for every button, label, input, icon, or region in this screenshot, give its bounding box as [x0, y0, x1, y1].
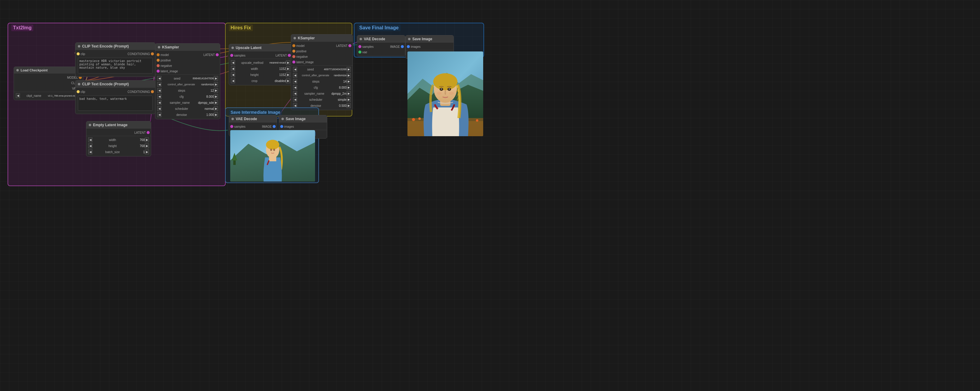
sampler-main-next-btn[interactable]: ▶: [214, 100, 218, 105]
control-hires-prev-btn[interactable]: ◀: [293, 73, 297, 78]
scheduler-main-next-btn[interactable]: ▶: [214, 106, 218, 111]
stepper-ckpt-name[interactable]: ◀ ckpt_name v2-1_768-ema-pruned.ckpt ▶: [14, 93, 83, 99]
height-latent-next-btn[interactable]: ▶: [145, 144, 149, 148]
control-main-prev-btn[interactable]: ◀: [157, 82, 161, 87]
stepper-seed-hires[interactable]: ◀ seed 469771604043268 ▶: [291, 66, 353, 72]
socket-model-in-main[interactable]: [157, 53, 160, 56]
port-label-image-intermediate: IMAGE: [262, 125, 272, 128]
denoise-main-label: denoise: [161, 113, 202, 117]
denoise-hires-next-btn[interactable]: ▶: [347, 103, 351, 108]
cfg-main-next-btn[interactable]: ▶: [214, 94, 218, 99]
socket-samples-intermediate-in[interactable]: [230, 125, 233, 128]
socket-image-intermediate-out[interactable]: [273, 125, 276, 128]
upscale-method-prev-btn[interactable]: ◀: [231, 60, 235, 65]
port-row-model: MODEL: [14, 75, 83, 80]
crop-upscale-next-btn[interactable]: ▶: [286, 78, 290, 83]
scheduler-main-prev-btn[interactable]: ◀: [157, 106, 161, 111]
port-label-model-main: model: [161, 53, 169, 57]
stepper-steps-main[interactable]: ◀ steps 12 ▶: [155, 87, 220, 93]
svg-point-15: [418, 117, 421, 120]
control-main-next-btn[interactable]: ▶: [214, 82, 218, 87]
stepper-cfg-hires[interactable]: ◀ cfg 8.000 ▶: [291, 84, 353, 90]
stepper-upscale-method[interactable]: ◀ upscale_method nearest-exact ▶: [229, 60, 292, 66]
socket-latent-empty-out[interactable]: [146, 131, 150, 134]
stepper-control-main[interactable]: ◀ control_after_generate randomize ▶: [155, 81, 220, 87]
socket-images-intermediate-in[interactable]: [280, 125, 283, 128]
stepper-steps-hires[interactable]: ◀ steps 14 ▶: [291, 78, 353, 84]
stepper-width-upscale[interactable]: ◀ width 1152 ▶: [229, 66, 292, 72]
node-header-vae-decode-intermediate: VAE Decode: [229, 115, 277, 123]
clip-negative-textarea[interactable]: bad hands, text, watermark: [78, 96, 153, 111]
batch-latent-prev-btn[interactable]: ◀: [88, 149, 92, 154]
stepper-height-latent[interactable]: ◀ height 768 ▶: [86, 143, 151, 149]
final-portrait-svg: [407, 51, 483, 136]
socket-positive-in-hires[interactable]: [292, 50, 295, 53]
height-upscale-next-btn[interactable]: ▶: [286, 72, 290, 77]
socket-clip-in-negative[interactable]: [76, 90, 80, 93]
socket-latent-in-hires[interactable]: [292, 60, 295, 63]
steps-hires-next-btn[interactable]: ▶: [347, 79, 351, 84]
socket-latent-hires-out[interactable]: [348, 44, 352, 47]
batch-latent-next-btn[interactable]: ▶: [145, 149, 149, 154]
socket-image-final-out[interactable]: [401, 45, 404, 48]
socket-samples-upscale-in[interactable]: [230, 54, 233, 57]
port-label-latent-in-hires: latent_image: [296, 60, 313, 64]
socket-conditioning-negative-out[interactable]: [151, 90, 154, 93]
socket-negative-in-hires[interactable]: [292, 55, 295, 58]
cfg-hires-prev-btn[interactable]: ◀: [293, 85, 297, 90]
stepper-cfg-main[interactable]: ◀ cfg 8.000 ▶: [155, 93, 220, 100]
port-model-in-hires: model LATENT: [291, 43, 353, 48]
socket-positive-in-main[interactable]: [157, 59, 160, 62]
crop-upscale-prev-btn[interactable]: ◀: [231, 78, 235, 83]
seed-main-prev-btn[interactable]: ◀: [157, 76, 161, 81]
stepper-scheduler-main[interactable]: ◀ scheduler normal ▶: [155, 106, 220, 112]
stepper-height-upscale[interactable]: ◀ height 1152 ▶: [229, 72, 292, 78]
width-upscale-prev-btn[interactable]: ◀: [231, 66, 235, 71]
width-latent-prev-btn[interactable]: ◀: [88, 138, 92, 142]
sampler-hires-prev-btn[interactable]: ◀: [293, 91, 297, 96]
ckpt-name-prev-btn[interactable]: ◀: [16, 93, 20, 98]
socket-latent-upscale-out[interactable]: [288, 54, 291, 57]
scheduler-hires-prev-btn[interactable]: ◀: [293, 97, 297, 102]
stepper-scheduler-hires[interactable]: ◀ scheduler simple ▶: [291, 97, 353, 103]
socket-samples-final-in[interactable]: [358, 45, 361, 48]
stepper-control-hires[interactable]: ◀ control_after_generate randomize ▶: [291, 72, 353, 78]
stepper-crop-upscale[interactable]: ◀ crop disabled ▶: [229, 78, 292, 84]
seed-hires-prev-btn[interactable]: ◀: [293, 67, 297, 72]
denoise-main-prev-btn[interactable]: ◀: [157, 112, 161, 117]
port-left-vae-final: vae: [357, 51, 382, 54]
stepper-seed-main[interactable]: ◀ seed 89848141647836 ▶: [155, 75, 220, 81]
cfg-main-prev-btn[interactable]: ◀: [157, 94, 161, 99]
socket-clip-in-positive[interactable]: [76, 52, 80, 55]
seed-main-next-btn[interactable]: ▶: [214, 76, 218, 81]
node-dot-empty-latent: [89, 124, 91, 126]
scheduler-hires-next-btn[interactable]: ▶: [347, 97, 351, 102]
control-hires-next-btn[interactable]: ▶: [347, 73, 351, 78]
socket-negative-in-main[interactable]: [157, 64, 160, 67]
stepper-batch-latent[interactable]: ◀ batch_size 1 ▶: [86, 149, 151, 155]
height-upscale-prev-btn[interactable]: ◀: [231, 72, 235, 77]
stepper-sampler-main[interactable]: ◀ sampler_name dpmpp_sde ▶: [155, 100, 220, 106]
height-latent-prev-btn[interactable]: ◀: [88, 144, 92, 148]
sampler-main-prev-btn[interactable]: ◀: [157, 100, 161, 105]
socket-latent-main-out[interactable]: [216, 53, 219, 56]
cfg-hires-next-btn[interactable]: ▶: [347, 85, 351, 90]
socket-vae-in-final[interactable]: [358, 51, 361, 54]
socket-latent-in-main[interactable]: [157, 70, 160, 73]
upscale-method-next-btn[interactable]: ▶: [286, 60, 290, 65]
width-latent-next-btn[interactable]: ▶: [145, 138, 149, 142]
steps-main-prev-btn[interactable]: ◀: [157, 88, 161, 93]
sampler-hires-next-btn[interactable]: ▶: [347, 91, 351, 96]
steps-main-next-btn[interactable]: ▶: [214, 88, 218, 93]
stepper-denoise-main[interactable]: ◀ denoise 1.000 ▶: [155, 112, 220, 118]
stepper-width-latent[interactable]: ◀ width 768 ▶: [86, 137, 151, 143]
socket-model-in-hires[interactable]: [292, 44, 295, 47]
socket-conditioning-positive-out[interactable]: [151, 52, 154, 55]
clip-positive-textarea[interactable]: masterpiece HDR victorian portrait paint…: [78, 58, 153, 74]
stepper-sampler-hires[interactable]: ◀ sampler_name dpmpp_2m ▶: [291, 90, 353, 97]
steps-hires-prev-btn[interactable]: ◀: [293, 79, 297, 84]
seed-hires-next-btn[interactable]: ▶: [347, 67, 351, 72]
width-upscale-next-btn[interactable]: ▶: [286, 66, 290, 71]
denoise-main-next-btn[interactable]: ▶: [214, 112, 218, 117]
socket-images-final-in[interactable]: [407, 45, 410, 48]
